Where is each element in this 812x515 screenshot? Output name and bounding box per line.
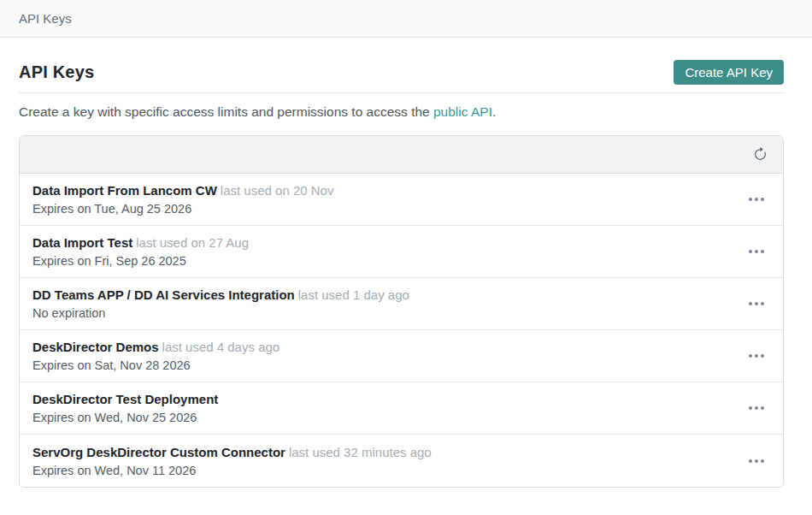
api-key-row-text: Data Import From Lancom CWlast used on 2… bbox=[32, 182, 333, 216]
api-key-row: Data Import Testlast used on 27 Aug Expi… bbox=[20, 226, 783, 278]
ellipsis-horizontal-icon bbox=[748, 459, 765, 464]
api-key-last-used: last used 4 days ago bbox=[162, 340, 280, 354]
api-key-expiry: Expires on Tue, Aug 25 2026 bbox=[32, 201, 333, 216]
page-description: Create a key with specific access limits… bbox=[19, 104, 784, 120]
api-key-row-text: DeskDirector Demoslast used 4 days ago E… bbox=[32, 339, 279, 373]
api-key-last-used: last used on 20 Nov bbox=[221, 183, 334, 198]
api-key-expiry: Expires on Sat, Nov 28 2026 bbox=[32, 358, 279, 373]
api-key-expiry: Expires on Wed, Nov 11 2026 bbox=[32, 463, 432, 478]
api-key-name: DD Teams APP / DD AI Services Integratio… bbox=[32, 287, 295, 302]
page-header: API Keys Create API Key bbox=[19, 60, 784, 85]
api-key-name: DeskDirector Demos bbox=[32, 340, 159, 354]
api-keys-card-header bbox=[20, 136, 783, 174]
api-key-expiry: Expires on Fri, Sep 26 2025 bbox=[32, 253, 249, 269]
arrow-clockwise-icon bbox=[753, 147, 768, 162]
ellipsis-horizontal-icon bbox=[748, 353, 765, 358]
api-key-name: Data Import Test bbox=[32, 235, 132, 250]
api-key-row-text: Data Import Testlast used on 27 Aug Expi… bbox=[32, 234, 249, 269]
api-key-row-text: ServOrg DeskDirector Custom Connectorlas… bbox=[32, 444, 432, 478]
row-menu-button[interactable] bbox=[743, 186, 770, 213]
api-key-name: DeskDirector Test Deployment bbox=[32, 392, 218, 406]
main-content: API Keys Create API Key Create a key wit… bbox=[0, 60, 812, 488]
row-menu-button[interactable] bbox=[743, 290, 770, 317]
api-key-expiry: Expires on Wed, Nov 25 2026 bbox=[32, 410, 221, 425]
api-key-row: DD Teams APP / DD AI Services Integratio… bbox=[20, 278, 783, 330]
ellipsis-horizontal-icon bbox=[748, 301, 765, 306]
api-key-expiry: No expiration bbox=[32, 305, 409, 321]
api-key-list: Data Import From Lancom CWlast used on 2… bbox=[20, 174, 783, 487]
breadcrumb[interactable]: API Keys bbox=[19, 11, 72, 26]
row-menu-button[interactable] bbox=[743, 342, 770, 370]
api-key-row-text: DD Teams APP / DD AI Services Integratio… bbox=[32, 287, 409, 321]
title-divider bbox=[19, 92, 784, 93]
api-key-last-used: last used 32 minutes ago bbox=[289, 445, 432, 459]
public-api-link[interactable]: public API bbox=[433, 104, 492, 119]
refresh-button[interactable] bbox=[746, 141, 774, 169]
ellipsis-horizontal-icon bbox=[748, 249, 765, 254]
api-key-row-text: DeskDirector Test Deployment Expires on … bbox=[32, 391, 221, 425]
row-menu-button[interactable] bbox=[743, 238, 770, 265]
api-key-last-used: last used 1 day ago bbox=[298, 287, 409, 302]
api-key-last-used: last used on 27 Aug bbox=[136, 235, 249, 250]
row-menu-button[interactable] bbox=[743, 394, 770, 422]
ellipsis-horizontal-icon bbox=[748, 197, 765, 202]
description-period: . bbox=[492, 104, 496, 119]
api-key-name: ServOrg DeskDirector Custom Connector bbox=[32, 445, 285, 459]
api-key-row: ServOrg DeskDirector Custom Connectorlas… bbox=[20, 435, 783, 487]
api-key-row: Data Import From Lancom CWlast used on 2… bbox=[20, 174, 783, 226]
row-menu-button[interactable] bbox=[743, 447, 770, 475]
api-keys-card: Data Import From Lancom CWlast used on 2… bbox=[19, 135, 784, 488]
top-breadcrumb-bar: API Keys bbox=[0, 0, 812, 38]
api-key-name: Data Import From Lancom CW bbox=[32, 183, 217, 198]
api-key-row: DeskDirector Demoslast used 4 days ago E… bbox=[20, 330, 783, 382]
create-api-key-button[interactable]: Create API Key bbox=[674, 60, 784, 85]
api-key-row: DeskDirector Test Deployment Expires on … bbox=[20, 382, 783, 435]
page-title: API Keys bbox=[19, 62, 94, 82]
ellipsis-horizontal-icon bbox=[748, 405, 765, 411]
description-text: Create a key with specific access limits… bbox=[19, 104, 433, 119]
